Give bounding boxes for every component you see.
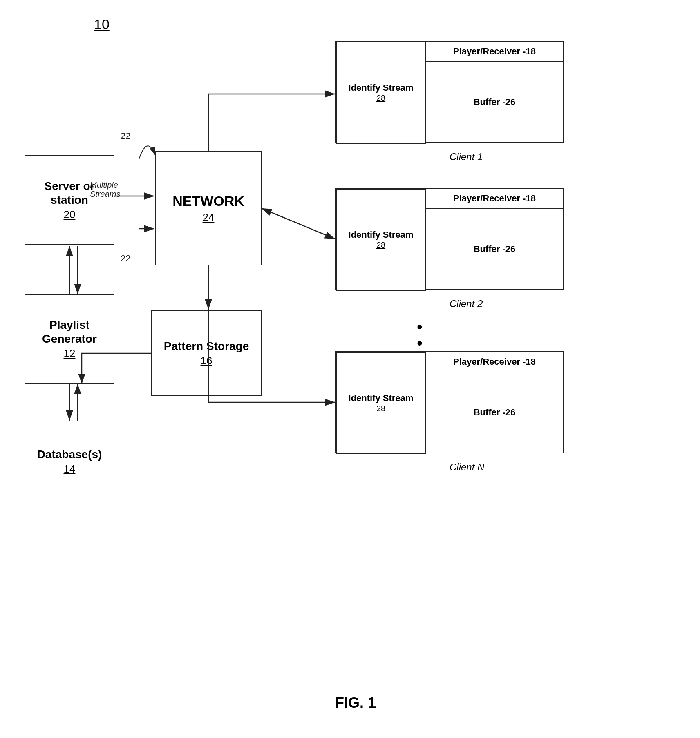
- network-box: NETWORK 24: [155, 151, 262, 265]
- client1-title: Client 1: [450, 151, 483, 163]
- pattern-storage-box: Pattern Storage 16: [151, 310, 262, 396]
- server-station-box: Server or station 20: [25, 155, 114, 245]
- client1-buffer-label: Buffer -26: [474, 97, 516, 107]
- clientN-title: Client N: [450, 462, 484, 473]
- client2-buffer-label: Buffer -26: [474, 244, 516, 254]
- client2-player-label: Player/Receiver -18: [453, 193, 536, 204]
- playlist-generator-label: Playlist Generator: [25, 318, 114, 346]
- playlist-generator-number: 12: [64, 347, 76, 360]
- client1-identify-label: Identify Stream: [349, 82, 414, 93]
- clientN-identify-number: 28: [376, 404, 385, 413]
- clientN-identify-section: Identify Stream 28: [336, 352, 426, 454]
- clientN-outer: Player/Receiver -18 Identify Stream 28 B…: [335, 351, 564, 453]
- pattern-storage-number: 16: [201, 355, 212, 367]
- svg-text:22: 22: [121, 131, 130, 141]
- client2-identify-label: Identify Stream: [349, 230, 414, 240]
- client1-identify-number: 28: [376, 94, 385, 103]
- diagram: 10 Server or station 20 Playlist Generat…: [0, 0, 700, 738]
- network-label: NETWORK: [172, 193, 244, 210]
- playlist-generator-box: Playlist Generator 12: [25, 294, 114, 384]
- databases-label: Database(s): [37, 448, 102, 462]
- server-station-label: Server or station: [25, 179, 114, 207]
- client2-identify-section: Identify Stream 28: [336, 189, 426, 291]
- diagram-number: 10: [94, 16, 110, 32]
- network-number: 24: [203, 211, 215, 224]
- clientN-identify-label: Identify Stream: [349, 393, 414, 404]
- databases-number: 14: [64, 463, 76, 475]
- clientN-player-label: Player/Receiver -18: [453, 357, 536, 367]
- svg-text:22: 22: [121, 253, 130, 263]
- client2-identify-number: 28: [376, 241, 385, 250]
- databases-box: Database(s) 14: [25, 421, 114, 502]
- client1-outer: Player/Receiver -18 Identify Stream 28 B…: [335, 41, 564, 143]
- client2-outer: Player/Receiver -18 Identify Stream 28 B…: [335, 188, 564, 290]
- svg-line-10: [262, 208, 335, 239]
- clientN-buffer-label: Buffer -26: [474, 407, 516, 418]
- client1-player-label: Player/Receiver -18: [453, 46, 536, 57]
- pattern-storage-label: Pattern Storage: [164, 339, 249, 353]
- client1-identify-section: Identify Stream 28: [336, 42, 426, 144]
- server-station-number: 20: [64, 208, 76, 221]
- client2-title: Client 2: [450, 298, 483, 310]
- fig-label: FIG. 1: [294, 694, 417, 711]
